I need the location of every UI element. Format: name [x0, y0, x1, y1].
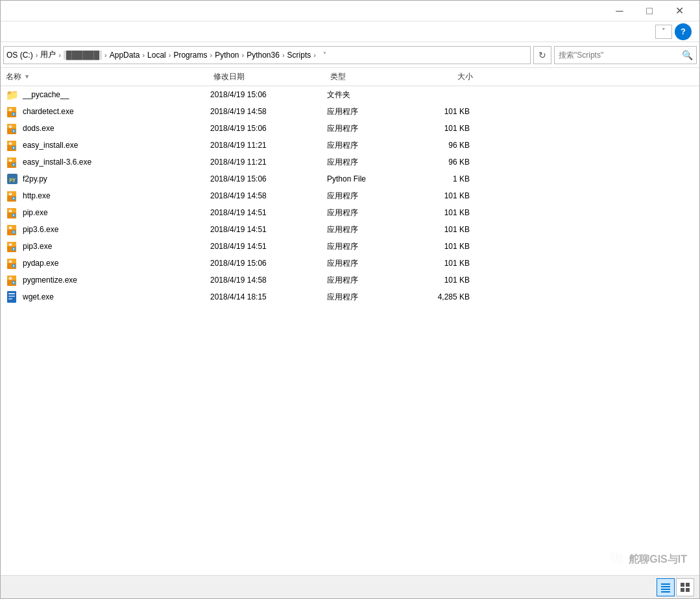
file-icon-wrapper: py [6, 172, 19, 185]
breadcrumb-dropdown-icon[interactable]: ˅ [320, 50, 330, 60]
file-size: 101 KB [405, 276, 470, 285]
file-date: 2018/4/19 14:58 [210, 191, 327, 200]
table-row[interactable]: easy_install.exe 2018/4/19 11:21 应用程序 96… [1, 137, 699, 154]
file-date: 2018/4/19 11:21 [210, 158, 327, 167]
breadcrumb-item-3[interactable]: AppData [110, 51, 140, 60]
file-date: 2018/4/19 14:58 [210, 276, 327, 285]
help-button[interactable]: ? [675, 23, 692, 40]
file-type: 应用程序 [327, 224, 405, 235]
svg-rect-44 [661, 583, 670, 585]
file-type: 应用程序 [327, 275, 405, 286]
exe-orange-icon [7, 241, 18, 252]
table-row[interactable]: pip3.exe 2018/4/19 14:51 应用程序 101 KB [1, 238, 699, 255]
file-icon-wrapper [6, 156, 19, 169]
file-icon-wrapper [6, 105, 19, 118]
column-size-header[interactable]: 大小 [408, 71, 473, 82]
breadcrumb-item-6[interactable]: Python [215, 51, 239, 60]
file-icon-wrapper [6, 290, 19, 303]
file-icon-wrapper [6, 139, 19, 152]
file-icon-wrapper [6, 223, 19, 236]
view-details-button[interactable] [657, 578, 675, 596]
exe-orange-icon [7, 274, 18, 286]
breadcrumb-item-7[interactable]: Python36 [247, 51, 280, 60]
breadcrumb-item-1[interactable]: 用户 [40, 49, 56, 60]
file-name: http.exe [19, 191, 210, 200]
minimize-button[interactable]: ─ [605, 1, 634, 21]
table-row[interactable]: wget.exe 2018/4/14 18:15 应用程序 4,285 KB [1, 288, 699, 305]
file-type: 应用程序 [327, 106, 405, 117]
file-name: __pycache__ [19, 90, 210, 99]
search-icon[interactable]: 🔍 [678, 46, 696, 64]
table-row[interactable]: 📁 __pycache__ 2018/4/19 15:06 文件夹 [1, 86, 699, 103]
column-type-header[interactable]: 类型 [330, 71, 408, 82]
breadcrumb-item-5[interactable]: Programs [173, 51, 207, 60]
breadcrumb[interactable]: OS (C:) › 用户 › ██████ › AppData › Local … [3, 46, 531, 64]
table-row[interactable]: chardetect.exe 2018/4/19 14:58 应用程序 101 … [1, 103, 699, 120]
python-file-icon: py [7, 174, 18, 184]
column-date-header[interactable]: 修改日期 [213, 71, 330, 82]
title-bar: ─ □ ✕ [1, 1, 699, 21]
svg-point-6 [9, 125, 12, 128]
table-row[interactable]: easy_install-3.6.exe 2018/4/19 11:21 应用程… [1, 154, 699, 170]
file-name: chardetect.exe [19, 107, 210, 116]
file-icon-wrapper [6, 206, 19, 219]
svg-point-14 [9, 159, 12, 162]
file-size: 101 KB [405, 259, 470, 268]
file-size: 1 KB [405, 174, 470, 183]
status-bar [1, 575, 699, 598]
view-large-icons-button[interactable] [676, 578, 694, 596]
file-icon-wrapper [6, 257, 19, 270]
svg-rect-49 [686, 583, 690, 587]
file-icon-wrapper [6, 189, 19, 202]
search-input[interactable] [555, 51, 678, 60]
file-icon-wrapper [6, 122, 19, 135]
file-type: 应用程序 [327, 292, 405, 303]
file-size: 101 KB [405, 242, 470, 251]
file-type: 应用程序 [327, 140, 405, 151]
maximize-button[interactable]: □ [634, 1, 664, 21]
table-row[interactable]: dods.exe 2018/4/19 15:06 应用程序 101 KB [1, 120, 699, 137]
table-row[interactable]: pip.exe 2018/4/19 14:51 应用程序 101 KB [1, 204, 699, 221]
exe-orange-icon [7, 190, 18, 202]
file-name: pygmentize.exe [19, 276, 210, 285]
file-date: 2018/4/19 14:51 [210, 225, 327, 234]
svg-point-38 [9, 277, 12, 280]
file-date: 2018/4/19 15:06 [210, 124, 327, 133]
column-name-header[interactable]: 名称 ▲ [6, 71, 213, 82]
exe-blue-icon [7, 291, 18, 303]
file-name: easy_install-3.6.exe [19, 158, 210, 167]
breadcrumb-item-0[interactable]: OS (C:) [6, 51, 33, 60]
svg-point-10 [9, 142, 12, 145]
svg-rect-41 [8, 293, 15, 294]
file-name: wget.exe [19, 292, 210, 301]
breadcrumb-item-8[interactable]: Scripts [287, 51, 311, 60]
breadcrumb-item-4[interactable]: Local [147, 51, 166, 60]
file-date: 2018/4/19 14:51 [210, 242, 327, 251]
file-type: Python File [327, 174, 405, 183]
table-row[interactable]: pydap.exe 2018/4/19 15:06 应用程序 101 KB [1, 255, 699, 272]
svg-point-30 [9, 243, 12, 246]
exe-orange-icon [7, 156, 18, 168]
address-bar-row: OS (C:) › 用户 › ██████ › AppData › Local … [1, 42, 699, 68]
file-type: 应用程序 [327, 157, 405, 168]
svg-rect-46 [661, 589, 670, 590]
exe-orange-icon [7, 224, 18, 235]
file-name: pydap.exe [19, 259, 210, 268]
table-row[interactable]: pip3.6.exe 2018/4/19 14:51 应用程序 101 KB [1, 221, 699, 238]
svg-rect-48 [681, 583, 684, 587]
file-icon-wrapper [6, 274, 19, 287]
file-name: pip3.exe [19, 242, 210, 251]
file-date: 2018/4/14 18:15 [210, 292, 327, 301]
breadcrumb-item-2[interactable]: ██████ [64, 51, 102, 60]
table-row[interactable]: py f2py.py 2018/4/19 15:06 Python File 1… [1, 170, 699, 187]
table-row[interactable]: pygmentize.exe 2018/4/19 14:58 应用程序 101 … [1, 272, 699, 288]
refresh-button[interactable]: ↻ [533, 46, 551, 64]
svg-rect-50 [681, 588, 684, 592]
file-date: 2018/4/19 14:51 [210, 208, 327, 217]
extra-toolbar: ˅ ? [1, 21, 699, 42]
table-row[interactable]: http.exe 2018/4/19 14:58 应用程序 101 KB [1, 187, 699, 204]
close-button[interactable]: ✕ [664, 1, 694, 21]
file-size: 101 KB [405, 191, 470, 200]
expand-button[interactable]: ˅ [655, 25, 672, 39]
file-name: f2py.py [19, 174, 210, 183]
